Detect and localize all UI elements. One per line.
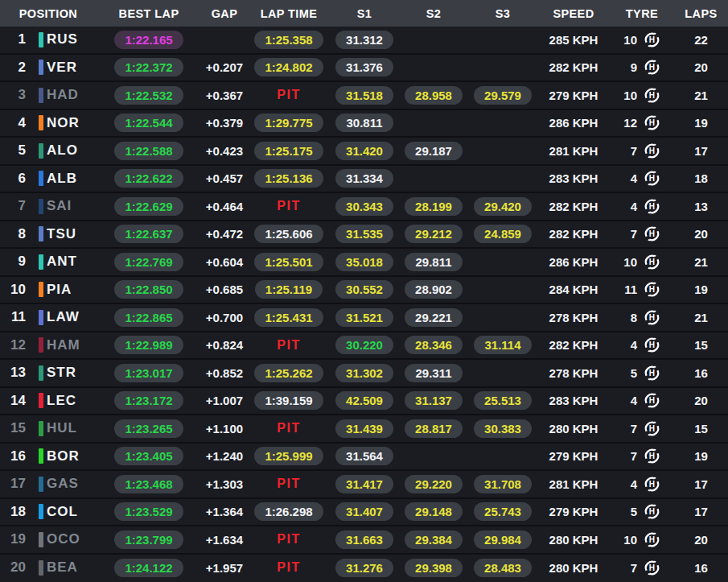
svg-text:H: H: [649, 563, 655, 572]
lap-time-cell: 1:25.431: [248, 308, 330, 327]
speed-cell: 282 KPH: [537, 60, 610, 74]
tyre-age: 10: [623, 33, 637, 47]
pit-status-label: PIT: [277, 338, 300, 352]
sector1-cell: 31.518: [330, 86, 399, 105]
lap-time-cell: PIT: [248, 477, 330, 491]
timing-table-header: POSITION BEST LAP GAP LAP TIME S1 S2 S3 …: [0, 0, 728, 27]
driver-row[interactable]: 19OCO1:23.799+1.634PIT31.66329.38429.984…: [0, 526, 728, 555]
sector2-pill: 28.199: [405, 197, 463, 216]
best-lap-cell: 1:23.405: [97, 447, 201, 465]
best-lap-cell: 1:23.529: [97, 502, 201, 521]
tyre-age: 7: [623, 227, 637, 241]
svg-text:H: H: [649, 35, 655, 43]
lap-time-pill: 1:29.775: [254, 114, 323, 132]
laps-cell: 21: [674, 311, 728, 324]
sector1-cell: 31.439: [330, 419, 399, 438]
driver-row[interactable]: 16BOR1:23.405+1.2401:25.99931.564279 KPH…: [0, 444, 728, 472]
best-lap-cell: 1:22.850: [97, 280, 201, 299]
sector2-pill: 29.221: [405, 308, 463, 327]
lap-time-cell: 1:26.298: [248, 502, 330, 521]
lap-time-cell: 1:29.775: [248, 114, 330, 132]
driver-row[interactable]: 13STR1:23.017+0.8521:25.26231.30229.3112…: [0, 360, 728, 388]
best-lap-pill: 1:23.468: [114, 475, 183, 493]
pit-status-label: PIT: [277, 199, 300, 213]
best-lap-pill: 1:22.769: [114, 253, 183, 271]
sector1-pill: 31.521: [335, 308, 393, 327]
driver-row[interactable]: 15HUL1:23.265+1.100PIT31.43928.81730.383…: [0, 415, 728, 444]
position-number: 15: [0, 420, 35, 436]
lap-time-cell: 1:25.999: [248, 447, 330, 465]
best-lap-cell: 1:24.122: [97, 559, 201, 577]
tyre-age: 4: [623, 171, 637, 185]
column-header-s2: S2: [399, 7, 468, 20]
position-number: 16: [0, 448, 35, 464]
driver-row[interactable]: 7SAI1:22.629+0.464PIT30.34328.19929.4202…: [0, 193, 728, 221]
lap-time-pill: 1:25.358: [254, 31, 323, 49]
position-number: 12: [0, 337, 35, 353]
sector1-cell: 30.343: [330, 197, 399, 216]
driver-code: SAI: [47, 198, 97, 214]
sector3-cell: 31.114: [468, 336, 537, 354]
gap-cell: +0.423: [201, 144, 248, 158]
best-lap-cell: 1:22.532: [97, 86, 201, 105]
lap-time-pill: 1:25.136: [254, 169, 323, 188]
team-color-bar: [35, 32, 47, 47]
laps-cell: 16: [674, 561, 728, 575]
gap-cell: +0.852: [201, 366, 248, 380]
driver-code: STR: [47, 365, 97, 381]
driver-row[interactable]: 3HAD1:22.532+0.367PIT31.51828.95829.5792…: [0, 82, 728, 110]
driver-row[interactable]: 5ALO1:22.588+0.4231:25.17531.42029.18728…: [0, 138, 728, 166]
driver-row[interactable]: 2VER1:22.372+0.2071:24.80231.376282 KPH9…: [0, 55, 728, 83]
lap-time-cell: PIT: [248, 338, 330, 353]
driver-row[interactable]: 18COL1:23.529+1.3641:26.29831.40729.1482…: [0, 499, 728, 527]
tyre-cell: 10H: [610, 86, 674, 105]
driver-row[interactable]: 20BEA1:24.122+1.957PIT31.27629.39828.483…: [0, 555, 728, 581]
driver-row[interactable]: 4NOR1:22.544+0.3791:29.77530.811286 KPH1…: [0, 110, 728, 138]
driver-row[interactable]: 12HAM1:22.989+0.824PIT30.22028.34631.114…: [0, 332, 728, 361]
position-number: 2: [0, 60, 35, 76]
pit-status-label: PIT: [277, 560, 300, 574]
tyre-cell: 9H: [610, 58, 674, 76]
driver-row[interactable]: 11LAW1:22.865+0.7001:25.43131.52129.2212…: [0, 304, 728, 332]
speed-cell: 282 KPH: [537, 227, 610, 241]
driver-row[interactable]: 10PIA1:22.850+0.6851:25.11930.55228.9022…: [0, 277, 728, 305]
position-number: 8: [0, 226, 35, 242]
sector1-cell: 31.376: [330, 58, 399, 76]
sector1-cell: 30.811: [330, 114, 399, 132]
lap-time-pill: 1:25.501: [254, 253, 323, 271]
position-number: 10: [0, 282, 35, 298]
best-lap-cell: 1:22.865: [97, 308, 201, 327]
sector3-pill: 31.114: [474, 336, 531, 354]
sector3-pill: 29.579: [474, 86, 532, 105]
best-lap-pill: 1:22.588: [114, 142, 183, 160]
tyre-age: 5: [623, 366, 637, 380]
best-lap-cell: 1:23.172: [97, 391, 201, 410]
driver-row[interactable]: 6ALB1:22.622+0.4571:25.13631.334283 KPH4…: [0, 166, 728, 194]
tyre-age: 10: [623, 255, 637, 269]
svg-text:H: H: [649, 368, 655, 377]
sector2-pill: 28.958: [405, 86, 463, 105]
best-lap-pill: 1:22.544: [114, 114, 183, 132]
tyre-age: 12: [623, 116, 637, 130]
driver-row[interactable]: 8TSU1:22.637+0.4721:25.60631.53529.21224…: [0, 221, 728, 250]
laps-cell: 19: [674, 116, 728, 130]
sector2-pill: 29.212: [405, 225, 463, 243]
sector2-cell: 28.199: [399, 197, 468, 216]
tyre-cell: 5H: [610, 502, 674, 521]
best-lap-cell: 1:22.637: [97, 225, 201, 243]
best-lap-cell: 1:23.017: [97, 364, 201, 382]
pit-status-label: PIT: [277, 421, 300, 435]
sector1-pill: 30.811: [335, 114, 393, 132]
speed-cell: 279 KPH: [537, 449, 610, 463]
driver-row[interactable]: 17GAS1:23.468+1.303PIT31.41729.22031.708…: [0, 471, 728, 499]
sector2-pill: 29.398: [405, 559, 463, 577]
driver-row[interactable]: 1RUS1:22.1651:25.35831.312285 KPH10H22: [0, 27, 728, 55]
laps-cell: 22: [674, 33, 728, 47]
hard-tyre-icon: H: [643, 31, 661, 49]
driver-row[interactable]: 14LEC1:23.172+1.0071:39.15942.50931.1372…: [0, 388, 728, 416]
timing-screen: POSITION BEST LAP GAP LAP TIME S1 S2 S3 …: [0, 0, 728, 582]
best-lap-pill: 1:22.989: [114, 336, 183, 354]
best-lap-cell: 1:22.372: [97, 58, 201, 76]
driver-row[interactable]: 9ANT1:22.769+0.6041:25.50135.01829.81128…: [0, 249, 728, 277]
svg-text:H: H: [649, 535, 655, 543]
